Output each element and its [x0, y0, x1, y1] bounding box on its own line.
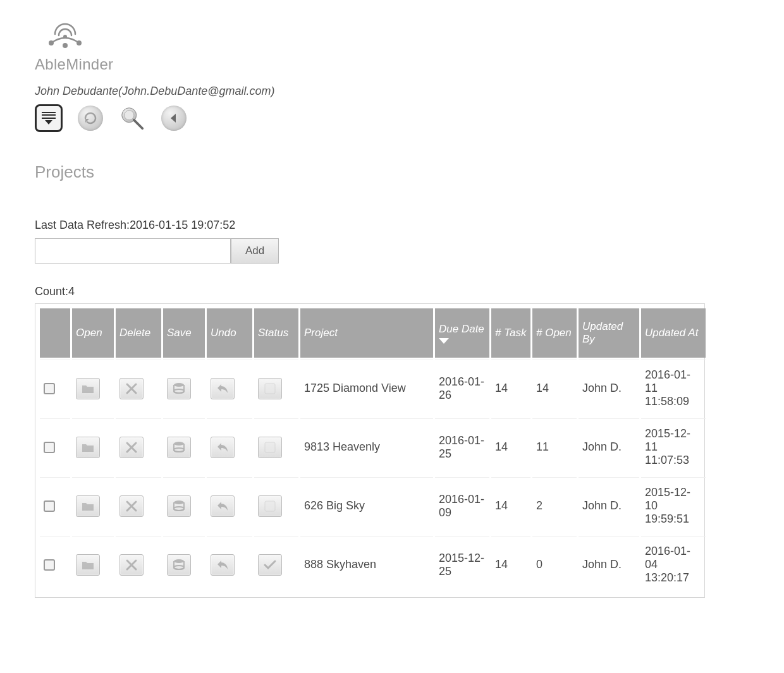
cell-tasks: 14 [491, 360, 530, 416]
cell-by: John D. [579, 418, 639, 475]
row-status-button[interactable] [258, 378, 282, 399]
back-arrow-icon [161, 106, 187, 131]
cell-project: 888 Skyhaven [300, 536, 433, 593]
magnifier-icon [118, 104, 146, 133]
row-open-button[interactable] [76, 495, 100, 517]
col-header-open[interactable]: Open [72, 308, 114, 358]
row-delete-button-icon [125, 558, 138, 572]
table-row: 1725 Diamond View 2016-01-26 14 14 John … [40, 360, 706, 416]
row-count-value: 4 [68, 285, 75, 298]
cell-open: 11 [532, 418, 577, 475]
col-header-updated-at[interactable]: Updated At [641, 308, 706, 358]
row-status-button[interactable] [258, 437, 282, 458]
cell-due: 2015-12-25 [435, 536, 489, 593]
col-header-undo[interactable]: Undo [207, 308, 252, 358]
row-checkbox[interactable] [44, 442, 55, 453]
row-checkbox[interactable] [44, 500, 55, 512]
col-header-open-count[interactable]: # Open [532, 308, 577, 358]
main-toolbar [35, 104, 749, 132]
section-title: Projects [35, 162, 749, 182]
grid-header-row: Open Delete Save Undo Status Project Due… [40, 308, 706, 358]
brand-block: AbleMinder [35, 18, 749, 73]
search-button[interactable] [118, 104, 146, 132]
row-undo-button[interactable] [211, 378, 235, 399]
row-undo-button-icon [216, 440, 230, 454]
row-delete-button[interactable] [119, 378, 144, 399]
row-open-button-icon [81, 382, 95, 396]
cell-at: 2015-12-11 11:07:53 [641, 418, 706, 475]
cell-due: 2016-01-09 [435, 477, 489, 534]
svg-point-2 [77, 40, 82, 45]
col-header-due-label: Due Date [439, 323, 484, 335]
row-delete-button-icon [125, 499, 138, 513]
brand-logo-icon [40, 18, 90, 51]
add-project-button[interactable]: Add [231, 238, 279, 264]
row-checkbox[interactable] [44, 559, 55, 571]
cell-open: 0 [532, 536, 577, 593]
cell-project: 9813 Heavenly [300, 418, 433, 475]
brand-name: AbleMinder [35, 56, 749, 73]
row-status-button-icon [263, 440, 277, 454]
row-open-button-icon [81, 558, 95, 572]
row-count: Count:4 [35, 285, 749, 298]
row-delete-button[interactable] [119, 495, 144, 517]
sort-desc-icon [439, 338, 449, 344]
col-header-delete[interactable]: Delete [116, 308, 161, 358]
row-status-button[interactable] [258, 495, 282, 517]
row-open-button-icon [81, 440, 95, 454]
col-header-status[interactable]: Status [254, 308, 298, 358]
row-undo-button-icon [216, 382, 230, 396]
row-open-button[interactable] [76, 378, 100, 399]
menu-dropdown-button[interactable] [35, 104, 63, 132]
row-save-button[interactable] [167, 495, 191, 517]
add-project-input[interactable] [35, 238, 231, 264]
cell-at: 2016-01-04 13:20:17 [641, 536, 706, 593]
cell-by: John D. [579, 360, 639, 416]
row-checkbox[interactable] [44, 383, 55, 394]
cell-project: 1725 Diamond View [300, 360, 433, 416]
row-delete-button[interactable] [119, 437, 144, 458]
svg-point-1 [49, 40, 54, 45]
refresh-icon [78, 106, 103, 131]
row-delete-button-icon [125, 440, 138, 454]
projects-grid: Open Delete Save Undo Status Project Due… [35, 303, 705, 598]
row-open-button[interactable] [76, 437, 100, 458]
row-status-button-icon [263, 382, 277, 396]
cell-at: 2015-12-10 19:59:51 [641, 477, 706, 534]
row-save-button-icon [172, 382, 186, 396]
refresh-button[interactable] [77, 104, 104, 132]
col-header-checkbox[interactable] [40, 308, 70, 358]
menu-lines-icon [42, 111, 56, 125]
cell-open: 14 [532, 360, 577, 416]
user-identity: John Debudante(John.DebuDante@gmail.com) [35, 85, 749, 98]
svg-point-3 [63, 43, 68, 48]
row-save-button-icon [172, 558, 186, 572]
col-header-project[interactable]: Project [300, 308, 433, 358]
row-status-button[interactable] [258, 554, 282, 576]
cell-by: John D. [579, 536, 639, 593]
row-undo-button[interactable] [211, 437, 235, 458]
row-undo-button[interactable] [211, 554, 235, 576]
row-save-button[interactable] [167, 378, 191, 399]
row-open-button[interactable] [76, 554, 100, 576]
row-count-label: Count: [35, 285, 68, 298]
row-delete-button[interactable] [119, 554, 144, 576]
col-header-due[interactable]: Due Date [435, 308, 489, 358]
col-header-tasks[interactable]: # Task [491, 308, 530, 358]
back-button[interactable] [160, 104, 188, 132]
row-undo-button[interactable] [211, 495, 235, 517]
table-row: 9813 Heavenly 2016-01-25 14 11 John D. 2… [40, 418, 706, 475]
col-header-updated-by[interactable]: Updated By [579, 308, 639, 358]
row-undo-button-icon [216, 558, 230, 572]
svg-line-6 [134, 120, 142, 128]
row-status-button-icon [263, 558, 277, 572]
row-save-button[interactable] [167, 437, 191, 458]
row-save-button[interactable] [167, 554, 191, 576]
cell-tasks: 14 [491, 477, 530, 534]
last-refresh-label: Last Data Refresh: [35, 219, 130, 231]
table-row: 888 Skyhaven 2015-12-25 14 0 John D. 201… [40, 536, 706, 593]
cell-tasks: 14 [491, 536, 530, 593]
add-project-row: Add [35, 238, 749, 264]
col-header-save[interactable]: Save [163, 308, 205, 358]
cell-due: 2016-01-26 [435, 360, 489, 416]
